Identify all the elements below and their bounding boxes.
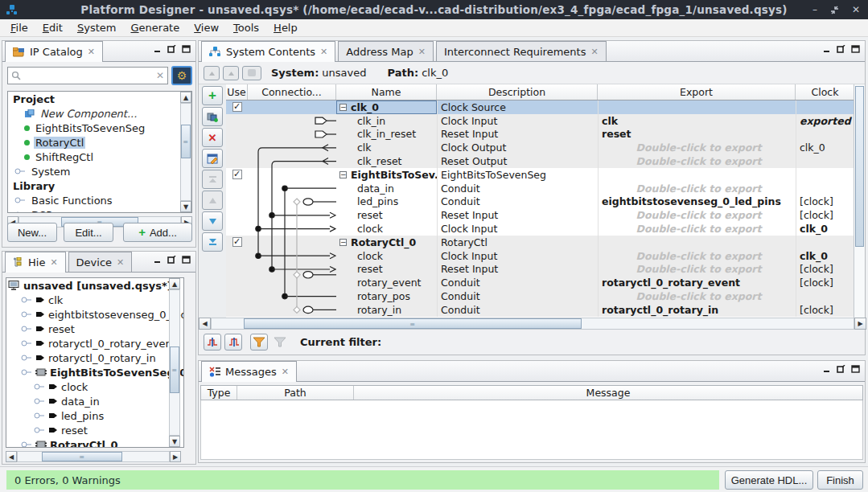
new-button[interactable]: New... xyxy=(7,223,57,242)
use-checkbox[interactable]: ✓ xyxy=(232,102,242,112)
menu-system[interactable]: System xyxy=(70,20,124,35)
name-cell[interactable]: rotary_event xyxy=(336,276,437,289)
scroll-up-icon[interactable]: ▲ xyxy=(169,278,180,289)
hierarchy-item[interactable]: reset xyxy=(6,423,183,437)
scroll-left-icon[interactable]: ◀ xyxy=(6,451,17,462)
menu-edit[interactable]: Edit xyxy=(35,20,70,35)
restore-icon[interactable] xyxy=(830,6,839,14)
table-hscrollbar[interactable]: ◀ ≡ ▶ xyxy=(199,318,866,330)
clock-cell[interactable] xyxy=(796,154,855,168)
interface-row[interactable]: clk_in_resetReset Inputreset xyxy=(226,128,855,141)
connections-cell[interactable] xyxy=(248,128,336,141)
export-cell[interactable]: Double-click to export xyxy=(598,263,796,277)
interface-row[interactable]: clk_inClock Inputclkexported xyxy=(226,114,855,128)
move-top-button[interactable] xyxy=(202,170,223,189)
interface-row[interactable]: clkClock OutputDouble-click to exportclk… xyxy=(226,141,855,154)
hier-tree-vscrollbar[interactable]: ▲ ≡ ▼ xyxy=(169,278,180,447)
tab-ip-catalog[interactable]: IP Catalog ✕ xyxy=(5,41,103,62)
panel-maximize-icon[interactable] xyxy=(851,45,860,53)
name-cell[interactable]: −clk_0 xyxy=(336,100,437,114)
interface-row[interactable]: data_inConduitDouble-click to export xyxy=(226,182,855,195)
clock-cell[interactable] xyxy=(796,100,855,114)
tab-hierarchy[interactable]: Hie ✕ xyxy=(5,252,66,273)
ip-tree-item[interactable]: Basic Functions xyxy=(8,193,191,207)
scroll-up-icon[interactable]: ▲ xyxy=(180,92,191,103)
panel-float-icon[interactable] xyxy=(837,45,845,53)
ip-search-input[interactable] xyxy=(24,70,153,81)
connections-cell[interactable] xyxy=(248,182,336,195)
export-cell[interactable]: Double-click to export xyxy=(598,289,796,303)
menu-view[interactable]: View xyxy=(187,20,226,35)
move-down-button[interactable] xyxy=(202,211,223,231)
name-cell[interactable]: clock xyxy=(336,249,437,263)
name-cell[interactable]: reset xyxy=(336,263,437,277)
tab-close-icon[interactable]: ✕ xyxy=(418,47,426,57)
clock-cell[interactable]: [clock] xyxy=(796,263,855,277)
menu-help[interactable]: Help xyxy=(266,20,305,35)
edit-component-button[interactable] xyxy=(202,149,223,168)
connections-cell[interactable] xyxy=(248,263,336,277)
export-cell[interactable]: Double-click to export xyxy=(598,222,796,236)
interface-row[interactable]: rotary_posConduitDouble-click to export xyxy=(226,289,855,303)
export-cell[interactable]: eightbitstosevenseg_0_led_pins xyxy=(598,195,796,209)
name-cell[interactable]: led_pins xyxy=(336,195,437,209)
close-icon[interactable]: ✕ xyxy=(852,5,860,14)
export-cell[interactable]: Double-click to export xyxy=(598,208,796,222)
connections-cell[interactable] xyxy=(248,236,336,249)
clock-cell[interactable] xyxy=(796,289,855,303)
tab-device[interactable]: Device ✕ xyxy=(68,252,133,272)
name-cell[interactable]: clk xyxy=(336,141,437,154)
name-cell[interactable]: reset xyxy=(336,208,437,222)
connections-cell[interactable] xyxy=(248,303,336,317)
tab-close-icon[interactable]: ✕ xyxy=(117,257,124,268)
ip-tree-item[interactable]: RotaryCtl xyxy=(8,135,191,150)
ip-tree-item[interactable]: System xyxy=(8,164,191,178)
component-row[interactable]: ✓−RotaryCtl_0RotaryCtl xyxy=(226,236,855,249)
interface-row[interactable]: clockClock InputDouble-click to exportcl… xyxy=(226,222,855,236)
connections-cell[interactable] xyxy=(248,154,336,168)
add-component-button[interactable]: + xyxy=(202,86,223,105)
tab-close-icon[interactable]: ✕ xyxy=(50,257,57,268)
name-cell[interactable]: clk_in_reset xyxy=(336,128,437,141)
connections-cell[interactable] xyxy=(248,222,336,236)
generate-hdl-button[interactable]: Generate HDL... xyxy=(725,470,813,490)
scroll-left-icon[interactable]: ◀ xyxy=(199,318,211,330)
component-row[interactable]: ✓−clk_0Clock Source xyxy=(226,100,855,114)
hierarchy-item[interactable]: led_pins xyxy=(6,408,183,423)
column-header-use[interactable]: Use xyxy=(226,84,248,100)
name-cell[interactable]: rotary_in xyxy=(336,303,437,317)
menu-tools[interactable]: Tools xyxy=(226,20,266,35)
clock-cell[interactable] xyxy=(796,182,855,195)
search-clear-icon[interactable]: ✕ xyxy=(156,70,164,81)
menu-file[interactable]: File xyxy=(3,20,35,35)
hierarchy-item[interactable]: RotaryCtl_0 xyxy=(6,437,183,448)
export-cell[interactable]: Double-click to export xyxy=(598,182,796,195)
component-row[interactable]: ✓−EightBitsToSev...EightBitsToSevenSeg xyxy=(226,168,855,182)
interface-row[interactable]: resetReset InputDouble-click to export[c… xyxy=(226,208,855,222)
connections-cell[interactable] xyxy=(248,249,336,263)
move-up-button[interactable] xyxy=(202,191,223,210)
filter-disabled-button[interactable] xyxy=(271,334,289,351)
export-cell[interactable]: reset xyxy=(598,128,796,141)
edit-button[interactable]: Edit... xyxy=(64,223,113,242)
move-up-button-small[interactable] xyxy=(223,66,239,80)
panel-maximize-icon[interactable] xyxy=(182,45,191,53)
column-header-export[interactable]: Export xyxy=(598,84,796,100)
show-signals-button[interactable] xyxy=(204,334,221,351)
hier-tree-hscrollbar[interactable]: ◀ ≡ ▶ xyxy=(6,451,181,462)
tab-close-icon[interactable]: ✕ xyxy=(320,47,327,57)
connections-cell[interactable] xyxy=(248,208,336,222)
scroll-right-icon[interactable]: ▶ xyxy=(854,318,866,330)
column-header-name[interactable]: Name xyxy=(336,84,437,100)
clock-cell[interactable]: [clock] xyxy=(796,195,855,209)
column-header-description[interactable]: Description xyxy=(437,84,598,100)
ip-tree-item[interactable]: Library xyxy=(8,178,191,193)
minimize-icon[interactable]: – xyxy=(812,5,817,14)
hierarchy-item[interactable]: reset xyxy=(6,322,183,336)
clock-cell[interactable] xyxy=(796,168,855,182)
panel-minimize-icon[interactable] xyxy=(154,46,162,53)
column-header-clock[interactable]: Clock xyxy=(796,84,855,100)
interface-row[interactable]: clk_resetReset OutputDouble-click to exp… xyxy=(226,154,855,168)
name-cell[interactable]: clk_reset xyxy=(336,154,437,168)
menu-generate[interactable]: Generate xyxy=(123,20,187,35)
